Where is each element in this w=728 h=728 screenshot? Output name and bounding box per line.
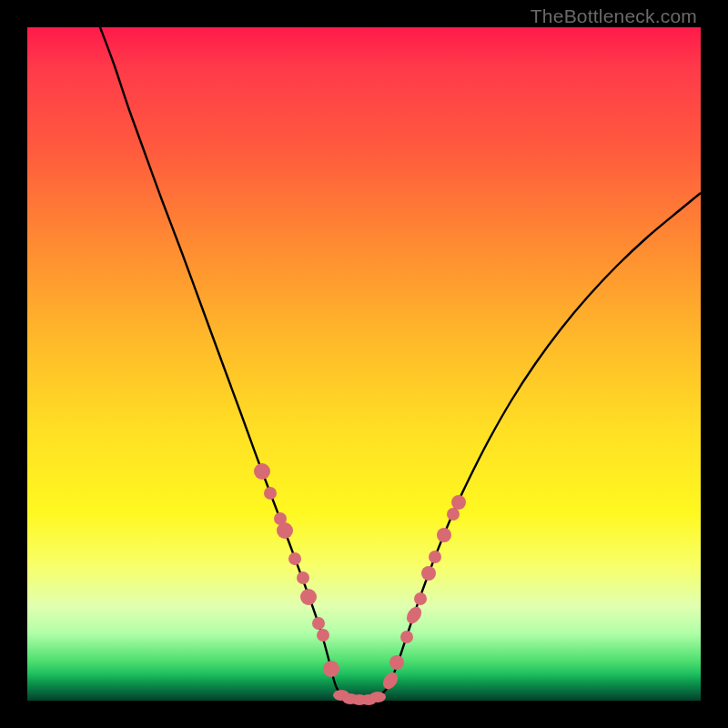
data-marker [297,571,309,584]
data-marker [400,631,413,643]
chart-svg [27,27,701,701]
chart-container: TheBottleneck.com [0,0,728,728]
data-marker [317,629,329,642]
data-marker [404,604,425,626]
data-marker [389,655,404,670]
data-marker [264,487,277,500]
data-markers [254,463,466,705]
data-marker [380,670,401,692]
data-marker [369,692,386,703]
bottleneck-curve [100,27,701,700]
data-marker [437,528,451,542]
data-marker [312,617,325,630]
data-marker [323,661,339,677]
data-marker [447,508,460,521]
data-marker [451,495,466,510]
data-marker [288,552,301,565]
data-marker [254,463,270,480]
data-marker [277,522,293,539]
data-marker [421,566,436,581]
plot-area [27,27,701,701]
data-marker [414,592,427,605]
data-marker [300,589,317,605]
data-marker [429,551,441,563]
watermark-text: TheBottleneck.com [531,5,697,27]
